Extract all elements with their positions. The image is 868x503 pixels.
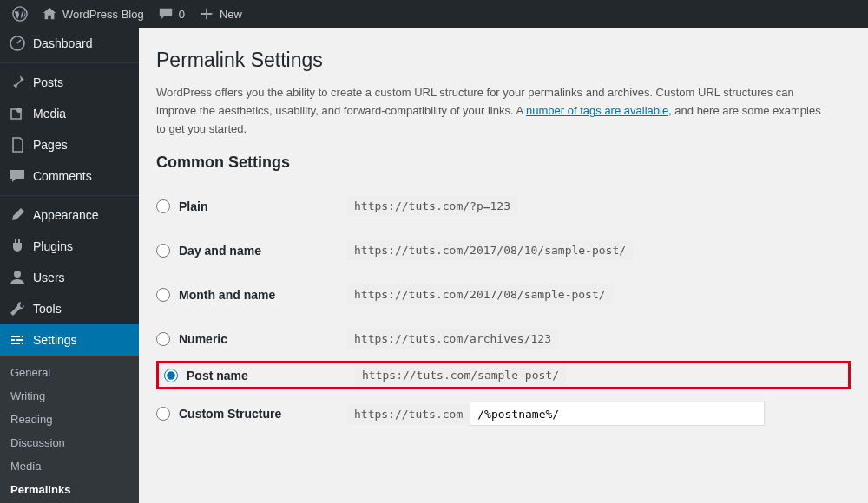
page-icon <box>9 136 26 154</box>
sidebar-item-label: Tools <box>33 302 62 316</box>
submenu-item-media[interactable]: Media <box>0 454 139 478</box>
sidebar-item-media[interactable]: Media <box>0 98 139 129</box>
option-label[interactable]: Custom Structure <box>156 407 347 421</box>
submenu-item-discussion[interactable]: Discussion <box>0 431 139 454</box>
sidebar-item-label: Media <box>33 107 66 121</box>
option-post-name: Post name https://tuts.com/sample-post/ <box>156 361 851 389</box>
dashboard-icon <box>9 35 26 52</box>
option-example: https://tuts.com/2017/08/10/sample-post/ <box>347 240 633 260</box>
option-day-name: Day and name https://tuts.com/2017/08/10… <box>156 228 851 272</box>
option-custom: Custom Structure https://tuts.com <box>156 389 851 438</box>
new-label: New <box>220 8 242 21</box>
sidebar-item-tools[interactable]: Tools <box>0 293 139 324</box>
permalink-options: Plain https://tuts.com/?p=123 Day and na… <box>156 184 851 438</box>
radio-day-name[interactable] <box>156 244 170 258</box>
option-label[interactable]: Day and name <box>156 244 347 258</box>
option-label[interactable]: Plain <box>156 199 347 213</box>
sidebar-item-label: Users <box>33 271 65 284</box>
svg-point-3 <box>14 271 21 278</box>
user-icon <box>9 269 26 286</box>
option-label-text: Numeric <box>179 332 227 346</box>
sidebar-item-label: Appearance <box>33 208 99 222</box>
option-label[interactable]: Numeric <box>156 332 347 346</box>
option-label-text: Day and name <box>179 244 261 258</box>
sidebar-item-label: Posts <box>33 75 63 89</box>
sidebar-item-label: Settings <box>33 333 77 347</box>
sidebar-item-label: Pages <box>33 138 68 152</box>
comment-icon <box>9 167 26 185</box>
new-button[interactable]: New <box>192 0 249 28</box>
admin-bar: WordPress Blog 0 New <box>0 0 868 28</box>
option-label[interactable]: Month and name <box>156 288 347 302</box>
tags-available-link[interactable]: number of tags are available <box>526 104 668 117</box>
svg-point-2 <box>16 108 22 113</box>
submenu-item-reading[interactable]: Reading <box>0 408 139 431</box>
option-label-text: Plain <box>179 199 207 213</box>
wrench-icon <box>9 300 26 317</box>
radio-month-name[interactable] <box>156 288 170 302</box>
section-heading: Common Settings <box>156 154 851 172</box>
option-numeric: Numeric https://tuts.com/archives/123 <box>156 317 851 361</box>
sidebar-item-pages[interactable]: Pages <box>0 129 139 160</box>
site-name-label: WordPress Blog <box>62 8 144 21</box>
site-name-button[interactable]: WordPress Blog <box>35 0 151 28</box>
sidebar-item-users[interactable]: Users <box>0 262 139 293</box>
submenu-item-general[interactable]: General <box>0 361 139 384</box>
menu-separator <box>0 195 139 196</box>
radio-post-name[interactable] <box>164 369 178 382</box>
sidebar-item-posts[interactable]: Posts <box>0 67 139 98</box>
page-title: Permalink Settings <box>156 49 851 72</box>
settings-icon <box>9 331 26 349</box>
sidebar-item-settings[interactable]: Settings <box>0 324 139 356</box>
wordpress-icon <box>12 6 28 22</box>
plug-icon <box>9 238 26 255</box>
sidebar-item-label: Plugins <box>33 239 73 253</box>
sidebar-item-label: Comments <box>33 169 92 183</box>
comments-count: 0 <box>179 8 185 21</box>
menu-separator <box>0 62 139 63</box>
sidebar-item-comments[interactable]: Comments <box>0 160 139 192</box>
option-label-text: Post name <box>187 369 248 382</box>
admin-sidebar: Dashboard Posts Media Pages Comments App… <box>0 28 139 503</box>
custom-structure-input[interactable] <box>470 402 765 426</box>
option-label[interactable]: Post name <box>164 369 355 382</box>
radio-custom[interactable] <box>156 407 170 421</box>
submenu-item-permalinks[interactable]: Permalinks <box>0 478 139 501</box>
sidebar-item-dashboard[interactable]: Dashboard <box>0 28 139 59</box>
settings-submenu: General Writing Reading Discussion Media… <box>0 356 139 503</box>
comments-button[interactable]: 0 <box>151 0 192 28</box>
option-example: https://tuts.com/sample-post/ <box>355 365 566 385</box>
content-area: Permalink Settings WordPress offers you … <box>139 28 868 503</box>
sidebar-item-label: Dashboard <box>33 36 93 50</box>
pin-icon <box>9 74 26 91</box>
radio-numeric[interactable] <box>156 332 170 346</box>
option-example: https://tuts.com/2017/08/sample-post/ <box>347 284 613 304</box>
radio-plain[interactable] <box>156 199 170 213</box>
option-label-text: Month and name <box>179 288 275 302</box>
wp-logo-button[interactable] <box>5 0 35 28</box>
submenu-item-writing[interactable]: Writing <box>0 384 139 408</box>
home-icon <box>42 6 57 22</box>
media-icon <box>9 105 26 122</box>
option-example: https://tuts.com/archives/123 <box>347 329 558 349</box>
brush-icon <box>9 206 26 224</box>
option-example: https://tuts.com/?p=123 <box>347 196 517 216</box>
plus-icon <box>199 6 214 22</box>
page-description: WordPress offers you the ability to crea… <box>156 84 825 138</box>
option-plain: Plain https://tuts.com/?p=123 <box>156 184 851 228</box>
custom-prefix: https://tuts.com <box>347 404 470 424</box>
option-label-text: Custom Structure <box>179 407 281 421</box>
comment-icon <box>158 6 174 22</box>
sidebar-item-appearance[interactable]: Appearance <box>0 199 139 231</box>
sidebar-item-plugins[interactable]: Plugins <box>0 231 139 262</box>
option-month-name: Month and name https://tuts.com/2017/08/… <box>156 272 851 317</box>
